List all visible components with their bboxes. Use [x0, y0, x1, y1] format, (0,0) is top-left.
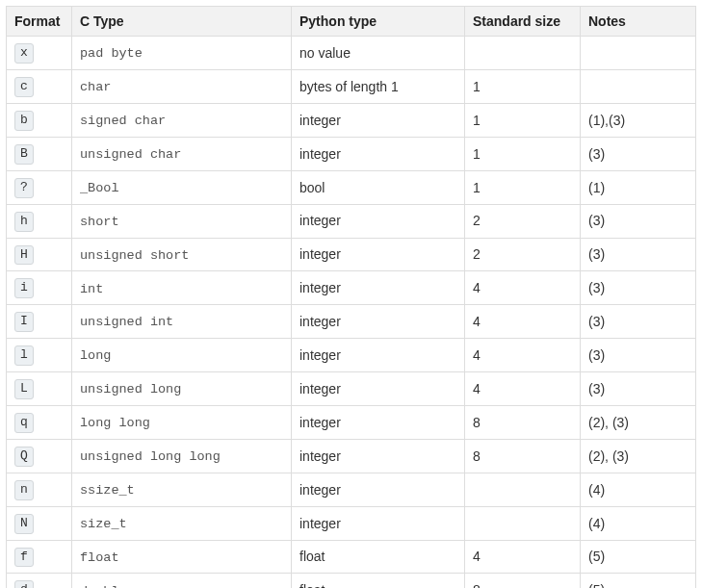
- ctype-text: long long: [80, 416, 150, 430]
- cell-pytype: integer: [292, 439, 465, 473]
- cell-size: 4: [465, 372, 581, 406]
- table-row: Qunsigned long longinteger8(2), (3): [7, 439, 696, 473]
- cell-notes: [581, 37, 696, 70]
- ctype-text: char: [80, 80, 111, 94]
- cell-size: 2: [465, 238, 581, 271]
- cell-ctype: ssize_t: [72, 473, 292, 506]
- format-code: i: [14, 278, 34, 298]
- cell-ctype: long long: [72, 405, 292, 439]
- cell-format: f: [7, 540, 72, 574]
- format-code: B: [14, 144, 34, 165]
- cell-ctype: unsigned long: [72, 372, 292, 406]
- cell-pytype: integer: [292, 238, 465, 271]
- cell-ctype: float: [72, 540, 292, 574]
- cell-size: 8: [465, 439, 581, 473]
- table-row: xpad byteno value: [7, 37, 696, 70]
- cell-format: d: [7, 574, 72, 588]
- cell-format: H: [7, 238, 72, 271]
- header-ctype: C Type: [72, 7, 292, 37]
- cell-ctype: _Bool: [72, 170, 292, 204]
- cell-notes: (5): [581, 540, 696, 574]
- cell-ctype: unsigned long long: [72, 439, 292, 473]
- cell-format: b: [7, 103, 72, 137]
- format-code: n: [14, 480, 34, 500]
- format-code: f: [14, 548, 34, 568]
- cell-pytype: integer: [292, 372, 465, 406]
- table-row: Hunsigned shortinteger2(3): [7, 238, 696, 271]
- ctype-text: unsigned int: [80, 315, 173, 329]
- cell-size: 4: [465, 339, 581, 372]
- cell-notes: (5): [581, 574, 696, 588]
- format-code: I: [14, 312, 34, 332]
- cell-pytype: integer: [292, 103, 465, 137]
- cell-ctype: size_t: [72, 506, 292, 540]
- ctype-text: float: [80, 550, 119, 565]
- table-row: ccharbytes of length 11: [7, 70, 696, 104]
- ctype-text: unsigned char: [80, 147, 181, 162]
- cell-pytype: integer: [292, 271, 465, 305]
- format-code: h: [14, 212, 34, 232]
- cell-size: [465, 37, 581, 70]
- cell-pytype: bytes of length 1: [292, 70, 465, 104]
- cell-ctype: char: [72, 70, 292, 104]
- ctype-text: _Bool: [80, 181, 119, 195]
- cell-notes: (1),(3): [581, 103, 696, 137]
- cell-pytype: integer: [292, 339, 465, 372]
- cell-notes: (3): [581, 271, 696, 305]
- cell-size: 4: [465, 305, 581, 339]
- cell-pytype: integer: [292, 137, 465, 170]
- cell-notes: (3): [581, 372, 696, 406]
- ctype-text: short: [80, 215, 119, 229]
- cell-format: q: [7, 405, 72, 439]
- cell-format: ?: [7, 170, 72, 204]
- cell-size: 1: [465, 103, 581, 137]
- ctype-text: unsigned long long: [80, 449, 221, 464]
- ctype-text: size_t: [80, 517, 127, 531]
- cell-pytype: integer: [292, 506, 465, 540]
- cell-format: h: [7, 204, 72, 238]
- cell-notes: (4): [581, 506, 696, 540]
- cell-format: L: [7, 372, 72, 406]
- format-code: ?: [14, 178, 34, 198]
- table-row: bsigned charinteger1(1),(3): [7, 103, 696, 137]
- cell-notes: (3): [581, 137, 696, 170]
- cell-format: Q: [7, 439, 72, 473]
- cell-format: c: [7, 70, 72, 104]
- cell-format: l: [7, 339, 72, 372]
- cell-notes: (4): [581, 473, 696, 506]
- cell-size: [465, 506, 581, 540]
- cell-size: 8: [465, 405, 581, 439]
- cell-notes: (3): [581, 339, 696, 372]
- cell-pytype: integer: [292, 405, 465, 439]
- ctype-text: signed char: [80, 114, 166, 128]
- format-code: H: [14, 245, 34, 266]
- cell-size: 2: [465, 204, 581, 238]
- format-code: x: [14, 43, 34, 64]
- ctype-text: pad byte: [80, 46, 143, 61]
- table-row: ddoublefloat8(5): [7, 574, 696, 588]
- cell-notes: (3): [581, 204, 696, 238]
- cell-size: 1: [465, 170, 581, 204]
- cell-size: 8: [465, 574, 581, 588]
- table-row: qlong longinteger8(2), (3): [7, 405, 696, 439]
- cell-pytype: integer: [292, 473, 465, 506]
- cell-pytype: integer: [292, 204, 465, 238]
- cell-ctype: unsigned short: [72, 238, 292, 271]
- ctype-text: unsigned long: [80, 382, 181, 396]
- table-row: ffloatfloat4(5): [7, 540, 696, 574]
- cell-pytype: float: [292, 574, 465, 588]
- table-row: nssize_tinteger(4): [7, 473, 696, 506]
- cell-ctype: long: [72, 339, 292, 372]
- cell-format: x: [7, 37, 72, 70]
- cell-size: 4: [465, 540, 581, 574]
- cell-size: 1: [465, 137, 581, 170]
- cell-format: I: [7, 305, 72, 339]
- cell-pytype: no value: [292, 37, 465, 70]
- format-code: Q: [14, 447, 34, 467]
- format-code: L: [14, 379, 34, 399]
- header-size: Standard size: [465, 7, 581, 37]
- cell-notes: (2), (3): [581, 405, 696, 439]
- cell-notes: [581, 70, 696, 104]
- header-notes: Notes: [581, 7, 696, 37]
- cell-pytype: float: [292, 540, 465, 574]
